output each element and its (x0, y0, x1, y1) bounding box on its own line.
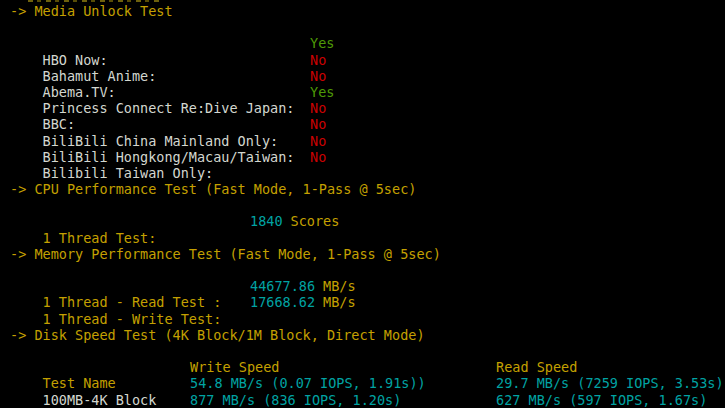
blank-line (10, 165, 725, 181)
disk-section-title: -> Disk Speed Test (4K Block/1M Block, D… (10, 327, 725, 343)
media-unlock-status: No (310, 52, 326, 68)
terminal-output[interactable]: -> Media Unlock Test HBO Now: Yes Bahamu… (0, 0, 725, 408)
media-row: Bilibili Taiwan Only: No (10, 149, 725, 165)
media-row: HBO Now: Yes (10, 35, 725, 51)
disk-table-row: 100MB-4K Block 54.8 MB/s (0.07 IOPS, 1.9… (10, 375, 725, 391)
media-row: BiliBili Hongkong/Macau/Taiwan: No (10, 133, 725, 149)
blank-line (10, 19, 725, 35)
media-unlock-status: No (310, 116, 326, 132)
media-row: BBC: No (10, 100, 725, 116)
cpu-section-title: -> CPU Performance Test (Fast Mode, 1-Pa… (10, 181, 725, 197)
memory-speed-unit: MB/s (323, 278, 356, 294)
cpu-test-value: 1840Scores (250, 213, 339, 229)
disk-read-speed-value: 29.7 MB/s (7259 IOPS, 3.53s) (496, 375, 724, 391)
disk-table-row: 1GB-1M Block 877 MB/s (836 IOPS, 1.20s) … (10, 392, 725, 408)
media-unlock-status: No (310, 149, 326, 165)
memory-speed-number: 17668.62 (250, 294, 315, 310)
cpu-score-number: 1840 (250, 213, 283, 229)
media-unlock-status: No (310, 133, 326, 149)
memory-section-title: -> Memory Performance Test (Fast Mode, 1… (10, 246, 725, 262)
media-unlock-status: Yes (310, 35, 334, 51)
media-unlock-status: No (310, 68, 326, 84)
media-row: Princess Connect Re:Dive Japan: Yes (10, 84, 725, 100)
disk-header-write-speed: Write Speed (190, 359, 279, 375)
disk-table-header: Test Name Write Speed Read Speed (10, 359, 725, 375)
memory-test-value: 44677.86MB/s (250, 278, 356, 294)
memory-result-row: 1 Thread - Read Test : 44677.86MB/s (10, 278, 725, 294)
disk-read-speed-value: 627 MB/s (597 IOPS, 1.67s) (496, 392, 707, 408)
media-unlock-status: Yes (310, 84, 334, 100)
blank-line (10, 230, 725, 246)
clipped-previous-line-fragment (28, 0, 162, 2)
disk-write-speed-value: 54.8 MB/s (0.07 IOPS, 1.91s)) (190, 375, 426, 391)
memory-result-row: 1 Thread - Write Test: 17668.62MB/s (10, 294, 725, 310)
media-row: BiliBili China Mainland Only: No (10, 116, 725, 132)
memory-speed-number: 44677.86 (250, 278, 315, 294)
cpu-result-row: 1 Thread Test: 1840Scores (10, 213, 725, 229)
blank-line (10, 311, 725, 327)
memory-test-value: 17668.62MB/s (250, 294, 356, 310)
disk-write-speed-value: 877 MB/s (836 IOPS, 1.20s) (190, 392, 401, 408)
blank-line (10, 343, 725, 359)
disk-header-read-speed: Read Speed (496, 359, 577, 375)
blank-line (10, 262, 725, 278)
media-section-title: -> Media Unlock Test (10, 3, 725, 19)
memory-speed-unit: MB/s (323, 294, 356, 310)
cpu-score-unit: Scores (291, 213, 340, 229)
media-row: Bahamut Anime: No (10, 52, 725, 68)
blank-line (10, 197, 725, 213)
media-unlock-status: No (310, 100, 326, 116)
media-row: Abema.TV: No (10, 68, 725, 84)
